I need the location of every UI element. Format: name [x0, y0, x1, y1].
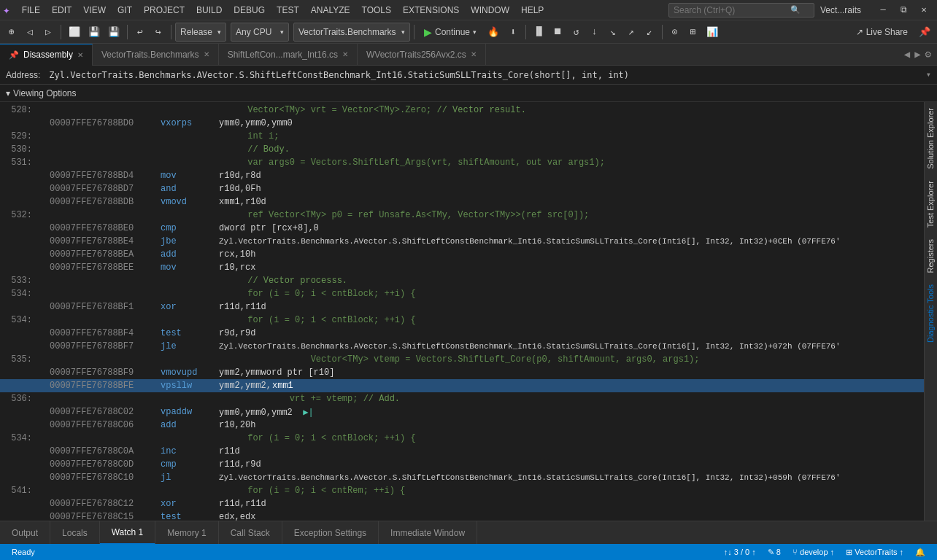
line-number: 536: [0, 394, 44, 404]
line-source: ref Vector<TMy> p0 = ref Unsafe.As<TMy, … [161, 210, 589, 220]
line-source: Vector<TMy> vtemp = Vectors.ShiftLeft_Co… [161, 354, 700, 365]
status-git[interactable]: ↑↓ 3 / 0 ↑ [718, 548, 762, 556]
menu-debug[interactable]: DEBUG [228, 4, 271, 17]
watch-tab[interactable]: Watch 1 [100, 521, 156, 545]
search-box[interactable]: 🔍 [668, 3, 814, 18]
minimize-button[interactable]: ─ [873, 0, 893, 20]
performance-btn[interactable]: 📊 [703, 23, 722, 42]
immediate-window-tab[interactable]: Immediate Window [379, 521, 477, 545]
code-line: 00007FFE76788BF9 vmovupd ymm2,ymmword pt… [0, 366, 924, 379]
tab-shiftleft[interactable]: ShiftLeftCon...mark_Int16.cs ✕ [219, 44, 358, 66]
sep5 [525, 25, 526, 39]
menu-build[interactable]: BUILD [190, 4, 228, 17]
save-btn[interactable]: 💾 [85, 23, 104, 42]
stop-btn[interactable]: ⏹ [550, 23, 567, 42]
menu-analyze[interactable]: ANALYZE [305, 4, 356, 17]
menu-window[interactable]: WINDOW [465, 4, 515, 17]
menu-extensions[interactable]: EXTENSIONS [397, 4, 465, 17]
tab-vectortraits[interactable]: VectorTraits.Benchmarks ✕ [93, 44, 219, 66]
line-source: // Body. [161, 144, 290, 155]
tab-settings-icon[interactable]: ⚙ [925, 48, 931, 61]
search-input[interactable] [674, 5, 790, 15]
code-line: 00007FFE76788C0D cmp r11d,r9d [0, 458, 924, 471]
tab-disassembly[interactable]: 📌 Disassembly ✕ [0, 44, 93, 66]
step-btn[interactable]: ▐▌ [530, 23, 549, 42]
close-button[interactable]: ✕ [914, 0, 934, 20]
locals-tab[interactable]: Locals [50, 521, 100, 545]
status-notifications[interactable]: 🔔 [909, 548, 931, 557]
status-project[interactable]: ⊞ VectorTraits ↑ [840, 548, 909, 557]
address-input[interactable] [46, 70, 919, 80]
status-branch[interactable]: ⑂ develop ↑ [787, 548, 840, 556]
platform-dropdown[interactable]: Any CPU ▾ [231, 23, 289, 42]
line-operands: ymm0,ymm0,ymm2 ▶| [219, 407, 314, 418]
status-ready[interactable]: Ready [6, 548, 41, 556]
tab-end: ◀ ▶ ⚙ [898, 48, 937, 61]
tab-scroll-left-icon[interactable]: ◀ [904, 48, 910, 61]
threads-btn[interactable]: ⊞ [685, 23, 702, 42]
test-explorer-panel[interactable]: Test Explorer [925, 175, 937, 233]
callstack-tab[interactable]: Call Stack [219, 521, 282, 545]
step-into-btn[interactable]: ↘ [604, 23, 622, 42]
restore-button[interactable]: ⧉ [893, 0, 914, 20]
viewing-options-toggle[interactable]: ▾ Viewing Options [6, 88, 77, 98]
code-line: 00007FFE76788BE4 jbe Zyl.VectorTraits.Be… [0, 235, 924, 248]
new-item-btn[interactable]: ⬜ [65, 23, 84, 42]
back-btn[interactable]: ↩ [131, 23, 149, 42]
pin-button[interactable]: 📌 [915, 24, 934, 40]
close-tab-icon[interactable]: ✕ [77, 51, 83, 59]
menu-view[interactable]: VIEW [77, 4, 112, 17]
close-tab-icon[interactable]: ✕ [204, 50, 209, 58]
close-tab-icon[interactable]: ✕ [342, 50, 348, 58]
menu-file[interactable]: FILE [16, 4, 46, 17]
menu-test[interactable]: TEST [271, 4, 305, 17]
breakpoints-btn[interactable]: ⊙ [666, 23, 684, 42]
window-title: Vect...raits [820, 5, 861, 15]
memory-tab[interactable]: Memory 1 [155, 521, 218, 545]
continue-button[interactable]: ▶ Continue ▾ [418, 23, 482, 42]
registers-panel[interactable]: Registers [925, 233, 937, 279]
undo-back-btn[interactable]: ⊕ [3, 23, 20, 42]
line-source: for (i = 0; i < cntBlock; ++i) { [161, 289, 416, 299]
restart-btn[interactable]: ↺ [568, 23, 585, 42]
save-all-btn[interactable]: 💾 [104, 23, 123, 42]
menu-git[interactable]: GIT [112, 4, 138, 17]
liveshare-label: Live Share [866, 27, 908, 37]
solution-explorer-panel[interactable]: Solution Explorer [925, 102, 937, 175]
hot-reload-btn[interactable]: 🔥 [484, 23, 503, 42]
step-back-btn[interactable]: ↙ [641, 23, 658, 42]
undo-fwd-btn[interactable]: ◁ [21, 23, 39, 42]
line-addr: 00007FFE76788BF4 [44, 328, 161, 338]
tab-scroll-right-icon[interactable]: ▶ [914, 48, 920, 61]
line-source: // Vector processs. [161, 276, 347, 286]
code-line: 00007FFE76788BF4 test r9d,r9d [0, 327, 924, 340]
line-instr: mov [161, 171, 219, 181]
viewing-options-label: Viewing Options [13, 88, 77, 98]
project-dropdown[interactable]: VectorTraits.Benchmarks ▾ [293, 23, 410, 42]
debug-opts-btn[interactable]: ⬇ [504, 23, 522, 42]
menu-project[interactable]: PROJECT [138, 4, 190, 17]
step-out-btn[interactable]: ↗ [622, 23, 640, 42]
line-instr: vpaddw [161, 407, 219, 417]
line-number: 533: [0, 276, 44, 286]
step-over-btn[interactable]: ↓ [586, 23, 604, 42]
code-area[interactable]: 528: Vector<TMy> vrt = Vector<TMy>.Zero;… [0, 102, 924, 521]
address-dropdown-icon[interactable]: ▾ [920, 69, 937, 80]
forward-btn[interactable]: ↪ [150, 23, 167, 42]
continue-arrow-icon: ▾ [473, 28, 477, 36]
close-tab-icon[interactable]: ✕ [471, 50, 477, 58]
menu-help[interactable]: HELP [515, 4, 550, 17]
tab-wvector[interactable]: WVectorTraits256Avx2.cs ✕ [358, 44, 486, 66]
status-errors[interactable]: ✎ 8 [762, 548, 787, 557]
menu-edit[interactable]: EDIT [46, 4, 77, 17]
output-tab[interactable]: Output [0, 521, 50, 545]
redo-btn[interactable]: ▷ [39, 23, 57, 42]
menu-tools[interactable]: TOOLS [356, 4, 397, 17]
line-operands: xmm1,r10d [219, 197, 266, 207]
exception-settings-tab[interactable]: Exception Settings [282, 521, 379, 545]
liveshare-button[interactable]: ↗ Live Share [850, 25, 914, 39]
tab-vectortraits-label: VectorTraits.Benchmarks [101, 50, 199, 60]
configuration-dropdown[interactable]: Release ▾ [175, 23, 226, 42]
line-addr: 00007FFE76788BE4 [44, 236, 161, 246]
diagnostic-tools-panel[interactable]: Diagnostic Tools [925, 279, 937, 349]
